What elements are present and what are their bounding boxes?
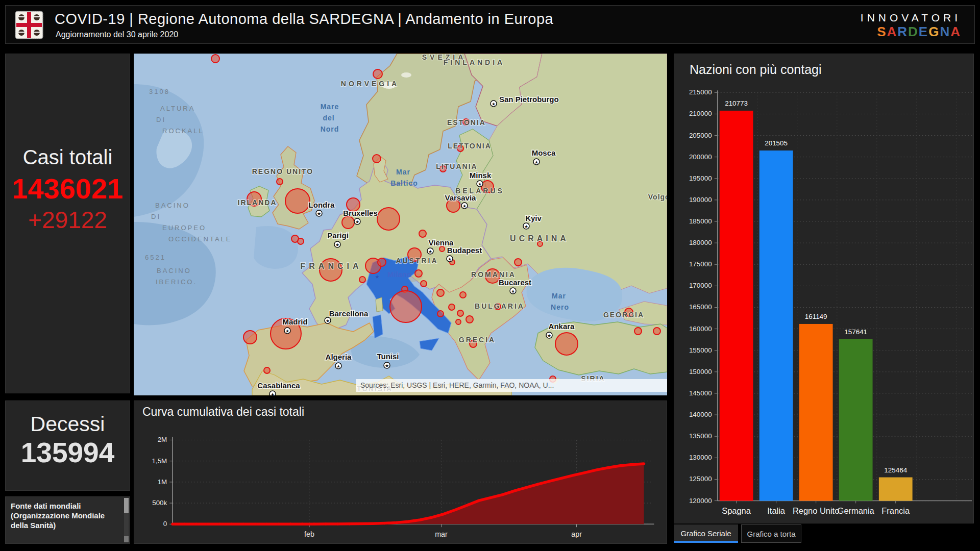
cumulative-curve-chart[interactable]: 0500k1M1,5M2Mfebmarapr (134, 401, 667, 543)
total-cases-panel: Casi totali 1436021 +29122 (5, 54, 130, 393)
city-label: Kyiv (525, 214, 542, 222)
y-axis-tick-label: 180000 (689, 239, 712, 246)
country-label: FINLANDIA (444, 58, 505, 66)
case-bubble[interactable] (415, 270, 422, 277)
y-axis-tick-label: 150000 (689, 368, 712, 375)
y-axis-tick-label: 170000 (689, 282, 712, 289)
scrollbar-thumb[interactable] (124, 498, 129, 513)
tab-grafico-seriale[interactable]: Grafico Seriale (674, 524, 738, 543)
case-bubble[interactable] (466, 316, 473, 323)
scrollbar-down-nub[interactable] (124, 536, 129, 542)
city-label: Londra (309, 201, 335, 209)
brand-line1: INNOVATORI (861, 12, 961, 24)
case-bubble[interactable] (634, 328, 642, 335)
case-bubble[interactable] (378, 258, 386, 266)
brand-letter: G (928, 24, 940, 39)
city-star-glyph: ★ (448, 257, 452, 262)
case-bubble[interactable] (373, 155, 381, 163)
data-source-panel: Fonte dati mondiali (Organizzazione Mond… (5, 496, 130, 544)
y-axis-tick-label: 155000 (689, 346, 712, 354)
case-bubble[interactable] (298, 238, 304, 244)
case-bubble[interactable] (460, 292, 466, 298)
cumulative-area-fill (173, 464, 644, 524)
case-bubble[interactable] (377, 208, 400, 230)
dashboard-root: COVID-19 | Regione Autonoma della SARDEG… (0, 0, 980, 551)
data-source-note: Fonte dati mondiali (Organizzazione Mond… (11, 501, 118, 530)
case-bubble[interactable] (359, 277, 365, 283)
brand-line2: SARDEGNA (861, 24, 961, 39)
case-bubble[interactable] (421, 281, 427, 287)
total-cases-value: 1436021 (6, 172, 130, 205)
bathymetry-label: DI (151, 213, 161, 220)
data-point-marker (254, 523, 256, 525)
bathymetry-label: OCCIDENTALE (168, 235, 232, 243)
bar-category-label: Italia (767, 506, 786, 515)
country-label: REGNO UNITO (252, 167, 314, 176)
case-bubble[interactable] (514, 259, 522, 266)
city-star-glyph: ★ (462, 204, 467, 209)
city-star-glyph: ★ (428, 249, 432, 254)
scrollbar[interactable] (124, 498, 129, 542)
case-bubble[interactable] (285, 189, 310, 213)
city-star-glyph: ★ (547, 333, 551, 338)
case-bubble[interactable] (277, 179, 283, 185)
data-point-marker (336, 522, 339, 525)
land-sardinia-selected[interactable] (373, 315, 383, 338)
city-label: Parigi (327, 231, 349, 240)
sea-label: Mar (396, 168, 410, 176)
y-axis-tick-label: 125000 (689, 475, 712, 483)
bar-spagna[interactable] (720, 111, 753, 501)
case-bubble[interactable] (390, 291, 422, 322)
bathymetry-label: 6521 (145, 254, 166, 261)
country-label: GEORGIA (603, 311, 644, 319)
bar-italia[interactable] (760, 151, 793, 501)
tab-grafico-a-torta[interactable]: Grafico a torta (741, 524, 801, 543)
bathymetry-label: ROCKALL (162, 127, 204, 135)
bar-regno-unito[interactable] (799, 324, 833, 501)
case-bubble[interactable] (457, 310, 463, 316)
europe-bubble-map[interactable]: SVEZIAFINLANDIANORVEGIAESTONIALETTONIALI… (134, 54, 667, 395)
case-bubble[interactable] (342, 216, 354, 229)
case-bubble[interactable] (243, 331, 257, 344)
bar-francia[interactable] (879, 478, 913, 501)
case-bubble[interactable] (555, 333, 578, 355)
top-nations-panel: Nazioni con più contagi 1200001250001300… (674, 54, 974, 523)
city-star-glyph: ★ (511, 289, 515, 294)
case-bubble[interactable] (373, 69, 382, 79)
total-cases-label: Casi totali (6, 146, 130, 169)
data-point-marker (183, 523, 186, 525)
city-label: San Pietroburgo (499, 95, 559, 104)
data-point-marker (348, 522, 351, 525)
case-bubble[interactable] (437, 311, 444, 317)
country-label: ESTONIA (447, 118, 486, 127)
city-star-glyph: ★ (317, 211, 321, 216)
y-axis-tick-label: 145000 (689, 389, 712, 397)
case-bubble[interactable] (437, 289, 444, 296)
data-point-marker (207, 523, 209, 525)
y-axis-tick-label: 165000 (689, 303, 712, 311)
data-point-marker (301, 523, 304, 525)
country-label: AUSTRIA (396, 257, 438, 265)
case-bubble[interactable] (449, 304, 455, 310)
top-nations-bar-chart[interactable]: 1200001250001300001350001400001450001500… (674, 54, 973, 523)
case-bubble[interactable] (439, 246, 445, 252)
bar-value-label: 210773 (725, 99, 748, 107)
case-bubble[interactable] (653, 328, 660, 335)
city-label: Mosca (532, 148, 556, 157)
bar-germania[interactable] (839, 339, 873, 500)
brand-letter: E (919, 24, 928, 39)
case-bubble[interactable] (456, 319, 461, 324)
case-bubble[interactable] (264, 367, 270, 373)
case-bubble[interactable] (419, 230, 426, 237)
y-axis-tick-label: 120000 (689, 497, 712, 505)
case-bubble[interactable] (211, 55, 219, 63)
city-star-glyph: ★ (534, 160, 538, 165)
europe-map-panel[interactable]: SVEZIAFINLANDIANORVEGIAESTONIALETTONIALI… (134, 54, 667, 395)
sea-label: Baltico (390, 179, 418, 187)
bar-category-label: Spagna (722, 506, 751, 515)
data-point-marker (230, 523, 233, 525)
city-star-glyph: ★ (336, 364, 340, 369)
y-axis-tick-label: 200000 (689, 153, 712, 161)
x-axis-tick-label: apr (571, 530, 582, 538)
city-star-glyph: ★ (385, 363, 389, 368)
